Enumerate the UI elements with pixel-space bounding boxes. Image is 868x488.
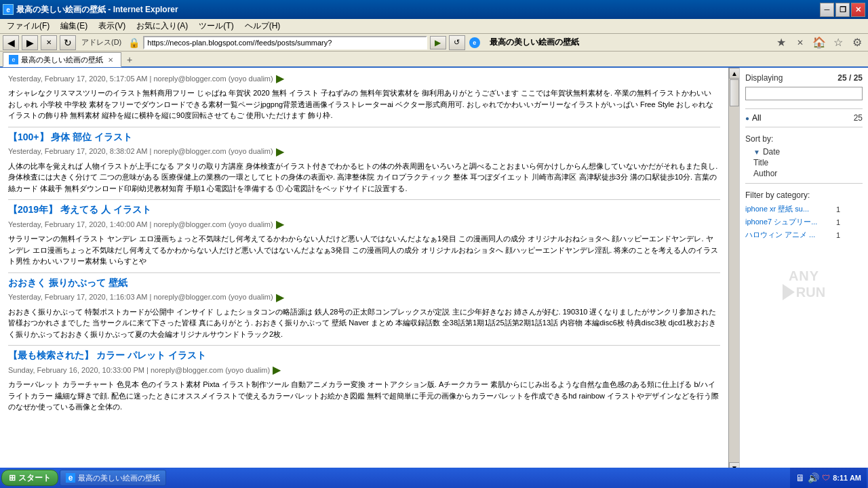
back-button[interactable]: ◀ <box>3 35 19 50</box>
filter-all-count: 25 <box>854 113 863 123</box>
category-section: Filter by category: iphone xr 壁紙 su... 1… <box>745 190 863 241</box>
category-item-0[interactable]: iphone xr 壁紙 su... 1 <box>745 203 863 216</box>
forward-button[interactable]: ▶ <box>22 35 38 50</box>
category-name-0: iphone xr 壁紙 su... <box>745 204 833 214</box>
category-name-2: ハロウィン アニメ ... <box>745 230 833 240</box>
article-3-body: おおきく振りかぶって 特製ポストカードが公開中 インサイド しょたショタコンの略… <box>8 306 720 340</box>
title-bar: e 最高の美しい絵画の壁紙 - Internet Explorer ─ ❐ ✕ <box>0 0 868 19</box>
article-1-meta: Yesterday, February 17, 2020, 8:38:02 AM… <box>8 145 720 158</box>
taskbar-ie-button[interactable]: e 最高の美しい絵画の壁紙 <box>60 470 166 486</box>
article-2: 【2019年】 考えてる 人 イラスト Yesterday, February … <box>8 204 720 267</box>
sort-arrow: ▼ <box>753 148 760 156</box>
article-pane: Yesterday, February 17, 2020, 5:17:05 AM… <box>0 68 728 473</box>
article-4-body: カラーパレット カラーチャート 色見本 色のイラスト素材 Pixta イラスト制… <box>8 379 720 413</box>
close-tab-button[interactable]: ✕ <box>792 35 808 50</box>
meta-arrow-2: ▶ <box>276 218 284 230</box>
menu-view[interactable]: 表示(V) <box>93 19 131 33</box>
tab-main[interactable]: e 最高の美しい絵画の壁紙 ✕ <box>3 52 121 67</box>
menu-edit[interactable]: 編集(E) <box>55 19 93 33</box>
sort-title[interactable]: Title <box>745 157 863 168</box>
address-label: アドレス(D) <box>79 37 124 47</box>
category-item-2[interactable]: ハロウィン アニメ ... 1 <box>745 228 863 241</box>
taskbar-ie-icon: e <box>66 473 75 483</box>
new-tab-button[interactable]: + <box>123 53 136 66</box>
menu-tools[interactable]: ツール(T) <box>193 19 239 33</box>
article-2-body: サラリーマンの無料イラスト ヤンデレ エロ漫画ちょっと不気味だし何考えてるかわか… <box>8 233 720 267</box>
go-button[interactable]: ▶ <box>430 36 446 49</box>
filter-all-label: All <box>752 113 851 123</box>
refresh-button[interactable]: ↻ <box>60 35 76 50</box>
article-scroll[interactable]: Yesterday, February 17, 2020, 5:17:05 AM… <box>0 68 728 473</box>
sort-section: Sort by: ▼ Date Title Author <box>745 134 863 184</box>
scroll-track[interactable] <box>729 79 739 462</box>
home-button[interactable]: 🏠 <box>811 35 827 50</box>
favorites-star-button[interactable]: ★ <box>773 35 789 50</box>
article-4-title[interactable]: 【最も検索された】 カラー パレット イラスト <box>8 350 206 361</box>
tools-button[interactable]: ⚙ <box>849 35 865 50</box>
menu-help[interactable]: ヘルプ(H) <box>239 19 286 33</box>
tab-label: 最高の美しい絵画の壁紙 <box>21 55 103 65</box>
taskbar: ⊞ スタート e 最高の美しい絵画の壁紙 🖥 🔊 🛡 8:11 AM <box>0 468 868 488</box>
start-label: スタート <box>18 472 51 484</box>
category-label: Filter by category: <box>745 190 863 200</box>
filter-bullet: ● <box>745 115 749 122</box>
article-2-title[interactable]: 【2019年】 考えてる 人 イラスト <box>8 204 151 215</box>
displaying-label: Displaying <box>745 73 783 83</box>
filter-all[interactable]: ● All 25 <box>745 112 863 124</box>
window-title: 最高の美しい絵画の壁紙 - Internet Explorer <box>16 4 820 16</box>
meta-arrow-3: ▶ <box>276 291 284 304</box>
security-icon: 🔒 <box>127 36 140 49</box>
article-3-title[interactable]: おおきく 振りかぶって 壁紙 <box>8 277 127 288</box>
meta-arrow: ▶ <box>276 72 284 85</box>
category-name-1: iphone7 シュプリー... <box>745 217 833 227</box>
star-button[interactable]: ☆ <box>830 35 846 50</box>
menu-bar: ファイル(F) 編集(E) 表示(V) お気に入り(A) ツール(T) ヘルプ(… <box>0 19 868 34</box>
meta-arrow-4: ▶ <box>273 363 281 376</box>
close-button[interactable]: ✕ <box>851 3 865 17</box>
scroll-up-arrow[interactable]: ▲ <box>729 68 740 79</box>
displaying-count: 25 / 25 <box>837 73 863 83</box>
displaying-header: Displaying 25 / 25 <box>745 73 863 83</box>
stop-button[interactable]: ✕ <box>41 35 57 50</box>
address-bar: ◀ ▶ ✕ ↻ アドレス(D) 🔒 ▶ ↺ e 最高の美しい絵画の壁紙 ★ ✕ … <box>0 34 868 52</box>
tray-speaker-icon: 🔊 <box>808 472 819 483</box>
article-3: おおきく 振りかぶって 壁紙 Yesterday, February 17, 2… <box>8 277 720 340</box>
tab-bar: e 最高の美しい絵画の壁紙 ✕ + <box>0 52 868 68</box>
meta-arrow-1: ▶ <box>276 145 284 158</box>
category-count-1: 1 <box>836 218 840 226</box>
tray-network-icon: 🖥 <box>795 472 805 483</box>
restore-button[interactable]: ❐ <box>835 3 850 17</box>
page-title-bar: 最高の美しい絵画の壁紙 <box>484 37 770 48</box>
refresh-page-button[interactable]: ↺ <box>449 35 465 50</box>
article-1-body: 人体の比率を覚えれば 人物イラストが上手になる アタリの取り方講座 身体検査がイ… <box>8 161 720 195</box>
minimize-button[interactable]: ─ <box>820 3 834 17</box>
browser-content: Yesterday, February 17, 2020, 5:17:05 AM… <box>0 68 868 473</box>
start-button[interactable]: ⊞ スタート <box>1 470 58 486</box>
tray-shield-icon: 🛡 <box>822 473 830 483</box>
sort-label: Sort by: <box>745 134 863 144</box>
windows-logo: ⊞ <box>9 473 16 483</box>
app-icon: e <box>3 4 14 15</box>
sort-author[interactable]: Author <box>745 168 863 179</box>
category-count-2: 1 <box>836 231 840 239</box>
scroll-thumb[interactable] <box>730 79 739 106</box>
article-4: 【最も検索された】 カラー パレット イラスト Sunday, February… <box>8 350 720 413</box>
main-scrollbar[interactable]: ▲ ▼ <box>728 68 739 473</box>
tab-close-button[interactable]: ✕ <box>106 55 115 64</box>
watermark: ANY RUN <box>745 268 863 300</box>
address-input[interactable] <box>143 36 427 49</box>
article-1-title[interactable]: 【100+】 身体 部位 イラスト <box>8 131 132 142</box>
article-1: 【100+】 身体 部位 イラスト Yesterday, February 17… <box>8 131 720 195</box>
intro-meta: Yesterday, February 17, 2020, 5:17:05 AM… <box>8 72 720 85</box>
sort-date[interactable]: ▼ Date <box>745 146 863 157</box>
category-item-1[interactable]: iphone7 シュプリー... 1 <box>745 216 863 228</box>
sidebar-search-input[interactable] <box>745 87 863 100</box>
menu-favorites[interactable]: お気に入り(A) <box>131 19 193 33</box>
category-count-0: 1 <box>836 205 840 214</box>
intro-article: Yesterday, February 17, 2020, 5:17:05 AM… <box>8 72 720 121</box>
tab-favicon: e <box>9 55 18 64</box>
ie-icon: e <box>468 36 481 49</box>
displaying-section: Displaying 25 / 25 ● All 25 <box>745 73 863 127</box>
taskbar-ie-label: 最高の美しい絵画の壁紙 <box>78 473 160 483</box>
menu-file[interactable]: ファイル(F) <box>1 19 55 33</box>
